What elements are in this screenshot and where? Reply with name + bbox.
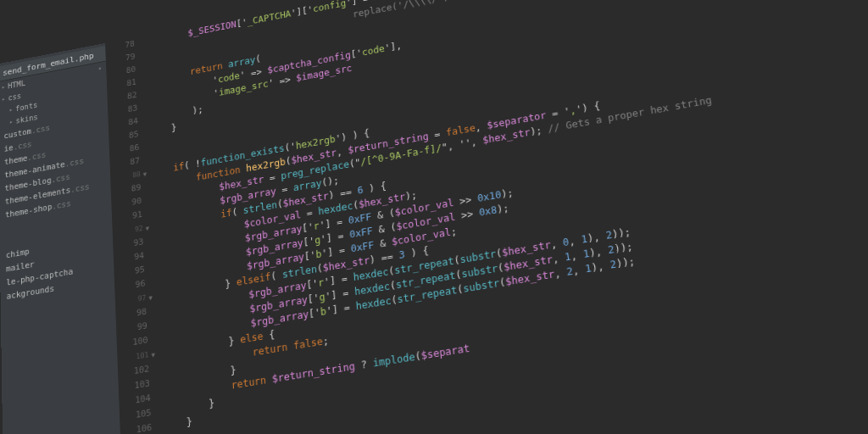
file-ext: .css xyxy=(52,198,71,211)
file-name: ie xyxy=(4,142,14,153)
editor-window: send_form_email.php ▸ HTML ▾ ▸css▸fonts▸… xyxy=(0,0,868,434)
code-content[interactable]: $_SESSION['_CAPTCHA']['config'] = serial… xyxy=(141,0,868,434)
file-ext: .css xyxy=(51,172,70,184)
dropdown-icon: ▾ xyxy=(98,65,102,72)
caret-icon: ▸ xyxy=(9,119,13,125)
caret-icon: ▸ xyxy=(2,84,5,91)
file-ext: .css xyxy=(65,156,84,168)
code-editor[interactable]: 7879808182838485868788899091929394959697… xyxy=(105,0,868,434)
caret-icon: ▸ xyxy=(9,106,13,113)
file-ext: .css xyxy=(31,123,50,135)
file-ext: .css xyxy=(14,139,32,151)
file-ext: .css xyxy=(27,150,46,162)
caret-icon: ▸ xyxy=(2,96,5,103)
folder-name: css xyxy=(8,92,22,102)
file-ext: .css xyxy=(70,181,90,194)
